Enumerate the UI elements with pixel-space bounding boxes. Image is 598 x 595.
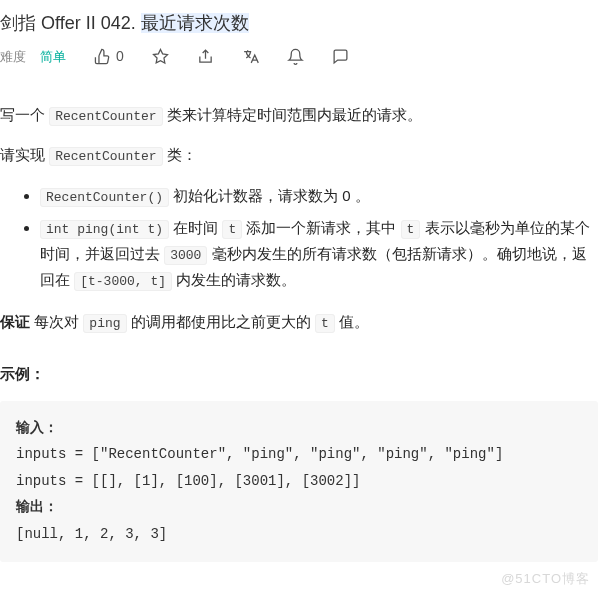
problem-header: 剑指 Offer II 042. 最近请求次数 难度 简单 0 xyxy=(0,0,598,84)
thumbs-up-icon xyxy=(94,48,111,65)
share-button[interactable] xyxy=(197,48,214,65)
paragraph-intro: 写一个 RecentCounter 类来计算特定时间范围内最近的请求。 xyxy=(0,102,598,128)
share-icon xyxy=(197,48,214,65)
code-param: t xyxy=(401,220,421,239)
watermark: @51CTO博客 xyxy=(501,568,590,590)
title-prefix: 剑指 Offer II 042. xyxy=(0,13,141,33)
example-line: inputs = ["RecentCounter", "ping", "ping… xyxy=(16,446,503,462)
paragraph-guarantee: 保证 每次对 ping 的调用都使用比之前更大的 t 值。 xyxy=(0,309,598,335)
notify-button[interactable] xyxy=(287,48,304,65)
star-icon xyxy=(152,48,169,65)
paragraph-implement: 请实现 RecentCounter 类： xyxy=(0,142,598,168)
code-method: ping xyxy=(83,314,126,333)
title-highlight: 最近请求次数 xyxy=(141,13,249,33)
code-value: 3000 xyxy=(164,246,207,265)
example-output-label: 输出： xyxy=(16,499,58,515)
code-range: [t-3000, t] xyxy=(74,272,172,291)
bell-icon xyxy=(287,48,304,65)
difficulty-value: 简单 xyxy=(40,49,66,64)
code-param: t xyxy=(222,220,242,239)
difficulty-label: 难度 xyxy=(0,49,26,64)
difficulty-block: 难度 简单 xyxy=(0,45,66,69)
translate-icon xyxy=(242,48,259,65)
list-item: RecentCounter() 初始化计数器，请求数为 0 。 xyxy=(40,183,598,209)
method-list: RecentCounter() 初始化计数器，请求数为 0 。 int ping… xyxy=(0,183,598,293)
comment-icon xyxy=(332,48,349,65)
example-line: inputs = [[], [1], [100], [3001], [3002]… xyxy=(16,473,360,489)
code-classname: RecentCounter xyxy=(49,107,162,126)
code-method: int ping(int t) xyxy=(40,220,169,239)
problem-title: 剑指 Offer II 042. 最近请求次数 xyxy=(0,8,598,39)
favorite-button[interactable] xyxy=(152,48,169,65)
like-button[interactable]: 0 xyxy=(94,45,124,69)
example-line: [null, 1, 2, 3, 3] xyxy=(16,526,167,542)
list-item: int ping(int t) 在时间 t 添加一个新请求，其中 t 表示以毫秒… xyxy=(40,215,598,293)
code-param: t xyxy=(315,314,335,333)
example-input-label: 输入： xyxy=(16,420,58,436)
feedback-button[interactable] xyxy=(332,48,349,65)
example-label: 示例： xyxy=(0,361,598,387)
code-constructor: RecentCounter() xyxy=(40,188,169,207)
code-classname: RecentCounter xyxy=(49,147,162,166)
meta-row: 难度 简单 0 xyxy=(0,39,598,79)
problem-content: 写一个 RecentCounter 类来计算特定时间范围内最近的请求。 请实现 … xyxy=(0,84,598,561)
example-block: 输入： inputs = ["RecentCounter", "ping", "… xyxy=(0,401,598,562)
translate-button[interactable] xyxy=(242,48,259,65)
like-count: 0 xyxy=(116,45,124,69)
